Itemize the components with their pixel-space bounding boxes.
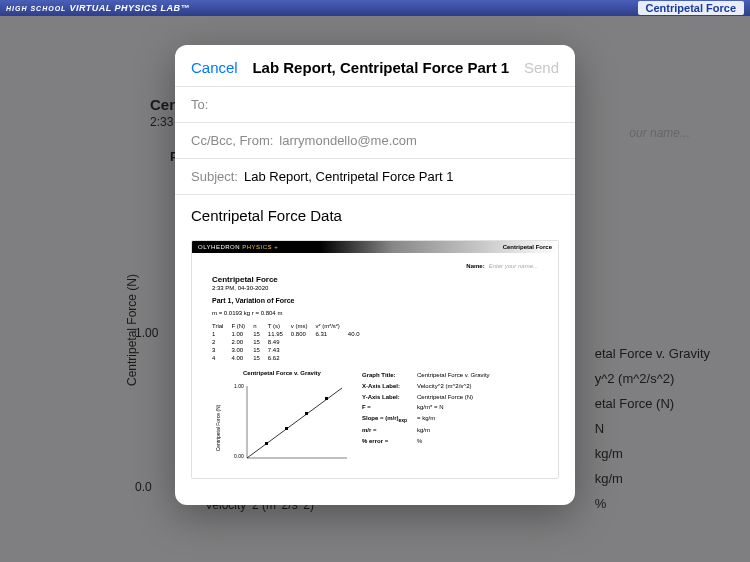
chart-ybot: 0.00 [234, 453, 244, 459]
th-f: F (N) [231, 322, 253, 330]
th-n: n [253, 322, 268, 330]
subject-field[interactable]: Subject: Lab Report, Centripetal Force P… [175, 159, 575, 195]
table-row: 11.001511.950.8006.3140.0 [212, 330, 368, 338]
att-banner: OLYHEDRON PHYSICS + Centripetal Force [192, 241, 558, 253]
cancel-button[interactable]: Cancel [191, 59, 238, 76]
bg-r5: kg/m [595, 471, 710, 486]
meta-mr-k: m/r = [362, 425, 417, 436]
banner-title: HIGH SCHOOL VIRTUAL PHYSICS LAB™ [6, 3, 190, 13]
th-v2: v² (m²/s²) [316, 322, 348, 330]
chart-ylabel: Centripetal Force (N) [215, 404, 221, 451]
bg-name-placeholder: our name... [629, 126, 690, 140]
bg-r4: kg/m [595, 446, 710, 461]
bg-r6: % [595, 496, 710, 511]
att-name-label: Name: [466, 263, 484, 269]
meta-err-k: % error = [362, 436, 417, 447]
chart-svg: 1.00 0.00 Centripetal Force (N) [212, 378, 352, 468]
meta-gtitle-v: Centripetal Force v. Gravity [417, 370, 490, 381]
att-lower: Centripetal Force v. Gravity 1.00 0.00 C… [212, 370, 538, 468]
meta-y-v: Centripetal Force (N) [417, 392, 473, 403]
meta-x-k: X-Axis Label: [362, 381, 417, 392]
table-row: 44.00156.62 [212, 354, 368, 362]
att-part: Part 1, Variation of Force [212, 297, 538, 304]
to-label: To: [191, 97, 208, 112]
att-brand-b: PHYSICS [242, 244, 272, 250]
bg-r1: y^2 (m^2/s^2) [595, 371, 710, 386]
att-chart-title: Centripetal Force v. Gravity [212, 370, 352, 376]
attachment-preview[interactable]: OLYHEDRON PHYSICS + Centripetal Force Na… [191, 240, 559, 479]
email-body-title[interactable]: Centripetal Force Data [175, 195, 575, 236]
svg-rect-4 [285, 427, 288, 430]
att-content: Name: Enter your name... Centripetal For… [192, 253, 558, 478]
banner-topic: Centripetal Force [638, 1, 744, 15]
email-compose-modal: Cancel Lab Report, Centripetal Force Par… [175, 45, 575, 505]
modal-header: Cancel Lab Report, Centripetal Force Par… [175, 45, 575, 87]
banner-main: VIRTUAL PHYSICS LAB™ [69, 3, 190, 13]
bg-r2: etal Force (N) [595, 396, 710, 411]
table-header-row: Trial F (N) n T (s) v (ms) v² (m²/s²) [212, 322, 368, 330]
meta-x-v: Velocity^2 (m^2/s^2) [417, 381, 471, 392]
meta-y-k: Y-Axis Label: [362, 392, 417, 403]
meta-err-v: % [417, 436, 422, 447]
att-brand-c: + [274, 244, 278, 250]
banner-prefix: HIGH SCHOOL [6, 5, 66, 12]
svg-rect-6 [325, 397, 328, 400]
att-title: Centripetal Force [212, 275, 538, 284]
th-v: v (ms) [291, 322, 316, 330]
att-name-placeholder: Enter your name... [489, 263, 538, 269]
modal-title: Lab Report, Centripetal Force Part 1 [252, 59, 509, 76]
meta-gtitle-k: Graph Title: [362, 370, 417, 381]
table-row: 22.00158.49 [212, 338, 368, 346]
send-button[interactable]: Send [524, 59, 559, 76]
att-m-line: m = 0.0193 kg r = 0.804 m [212, 310, 538, 316]
th-t: T (s) [268, 322, 291, 330]
bg-right-labels: etal Force v. Gravity y^2 (m^2/s^2) etal… [595, 336, 710, 521]
att-name-row: Name: Enter your name... [212, 263, 538, 269]
svg-rect-3 [265, 442, 268, 445]
meta-mr-v: kg/m [417, 425, 430, 436]
att-chart: Centripetal Force v. Gravity 1.00 0.00 C… [212, 370, 352, 468]
subject-value: Lab Report, Centripetal Force Part 1 [244, 169, 454, 184]
meta-f-k: F = [362, 402, 417, 413]
meta-f-v: kg/m* = N [417, 402, 444, 413]
att-brand-a: OLYHEDRON [198, 244, 240, 250]
meta-slope-k: Slope = (m/r)exp [362, 413, 417, 425]
att-meta: Graph Title:Centripetal Force v. Gravity… [362, 370, 490, 468]
bg-ylabel: Centripetal Force (N) [125, 274, 139, 386]
th-trial: Trial [212, 322, 231, 330]
bg-r0: etal Force v. Gravity [595, 346, 710, 361]
app-banner: HIGH SCHOOL VIRTUAL PHYSICS LAB™ Centrip… [0, 0, 750, 16]
chart-ytop: 1.00 [234, 383, 244, 389]
cc-label: Cc/Bcc, From: [191, 133, 273, 148]
to-field[interactable]: To: [175, 87, 575, 123]
meta-slope-v: = kg/m [417, 413, 435, 425]
cc-from-field[interactable]: Cc/Bcc, From: larrymondello@me.com [175, 123, 575, 159]
svg-rect-5 [305, 412, 308, 415]
from-email: larrymondello@me.com [279, 133, 416, 148]
table-row: 33.00157.43 [212, 346, 368, 354]
subject-label: Subject: [191, 169, 238, 184]
bg-r3: N [595, 421, 710, 436]
att-banner-left: OLYHEDRON PHYSICS + [198, 244, 278, 250]
att-timestamp: 2:33 PM, 04-30-2020 [212, 285, 538, 291]
att-topic: Centripetal Force [503, 244, 552, 250]
att-data-table: Trial F (N) n T (s) v (ms) v² (m²/s²) 11… [212, 322, 368, 362]
